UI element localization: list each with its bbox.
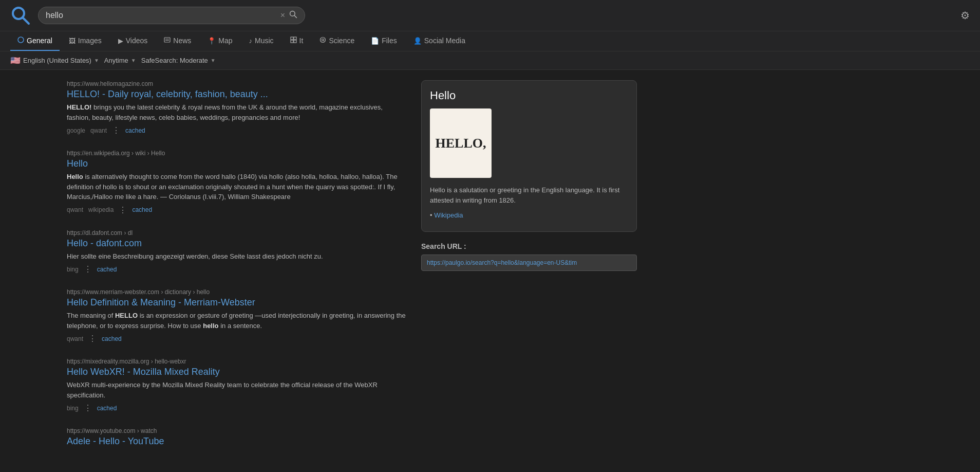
result-description: The meaning of HELLO is an expression or… (67, 311, 406, 331)
cached-link[interactable]: cached (97, 405, 117, 412)
cached-link[interactable]: cached (102, 335, 122, 342)
tab-files[interactable]: 📄 Files (364, 31, 404, 51)
svg-rect-10 (291, 40, 293, 43)
source-tag: qwant (67, 335, 83, 342)
main-content: https://www.hellomagazine.com HELLO! - D… (0, 70, 980, 471)
result-url: https://mixedreality.mozilla.org › hello… (67, 358, 406, 365)
search-url-label: Search URL : (421, 242, 637, 250)
language-flag: 🇺🇸 (10, 56, 21, 65)
it-icon (290, 37, 297, 45)
map-icon: 📍 (208, 37, 216, 45)
settings-icon[interactable]: ⚙ (960, 9, 970, 22)
svg-rect-11 (294, 40, 296, 43)
tab-videos[interactable]: ▶ Videos (111, 31, 155, 51)
time-arrow-icon: ▼ (131, 58, 136, 63)
more-options-icon[interactable]: ⋮ (84, 264, 92, 274)
result-item: https://mixedreality.mozilla.org › hello… (67, 358, 406, 413)
tab-music[interactable]: ♪ Music (242, 31, 281, 51)
result-url: https://en.wikipedia.org › wiki › Hello (67, 150, 406, 157)
cached-link[interactable]: cached (132, 206, 152, 213)
result-sources: google qwant ⋮ cached (67, 125, 406, 135)
social-icon: 👤 (413, 37, 422, 45)
nav-tabs: General 🖼 Images ▶ Videos News 📍 Map ♪ M… (0, 31, 980, 51)
language-filter[interactable]: 🇺🇸 English (United States) ▼ (10, 56, 99, 65)
filters-bar: 🇺🇸 English (United States) ▼ Anytime ▼ S… (0, 51, 980, 70)
result-item: https://www.hellomagazine.com HELLO! - D… (67, 80, 406, 135)
cached-link[interactable]: cached (125, 127, 145, 134)
kp-wikipedia-link[interactable]: Wikipedia (434, 211, 463, 219)
svg-line-3 (294, 15, 296, 17)
result-title[interactable]: HELLO! - Daily royal, celebrity, fashion… (67, 89, 406, 100)
result-title[interactable]: Hello - dafont.com (67, 238, 406, 249)
source-tag: wikipedia (88, 206, 114, 213)
kp-wikipedia-bullet: • Wikipedia (430, 211, 628, 219)
result-title[interactable]: Hello Definition & Meaning - Merriam-Web… (67, 297, 406, 308)
svg-rect-8 (291, 37, 293, 40)
result-item: https://www.merriam-webster.com › dictio… (67, 288, 406, 343)
videos-icon: ▶ (118, 37, 123, 45)
results-column: https://www.hellomagazine.com HELLO! - D… (67, 80, 406, 461)
knowledge-panel: Hello HELLO, Hello is a salutation or gr… (421, 80, 637, 232)
tab-images[interactable]: 🖼 Images (62, 31, 109, 51)
header: × ⚙ (0, 0, 980, 31)
svg-point-4 (18, 37, 24, 43)
safesearch-arrow-icon: ▼ (211, 58, 216, 63)
kp-description: Hello is a salutation or greeting in the… (430, 185, 628, 205)
logo[interactable] (10, 5, 31, 26)
kp-image-text: HELLO, (436, 136, 486, 151)
result-title[interactable]: Hello (67, 158, 406, 169)
kp-image: HELLO, (430, 108, 492, 178)
svg-point-13 (322, 39, 324, 41)
music-icon: ♪ (249, 37, 253, 45)
search-url-section: Search URL : https://paulgo.io/search?q=… (421, 242, 637, 271)
search-url-value: https://paulgo.io/search?q=hello&languag… (421, 255, 637, 271)
source-tag: bing (67, 405, 79, 412)
kp-title: Hello (430, 89, 628, 102)
more-options-icon[interactable]: ⋮ (88, 334, 97, 343)
science-icon (319, 37, 326, 45)
news-icon (164, 37, 171, 45)
tab-general[interactable]: General (10, 31, 60, 51)
result-url: https://www.merriam-webster.com › dictio… (67, 288, 406, 296)
svg-rect-5 (164, 38, 170, 42)
general-icon (17, 37, 24, 45)
search-icon[interactable] (289, 10, 297, 21)
source-tag: qwant (67, 206, 83, 213)
result-url: https://dl.dafont.com › dl (67, 229, 406, 237)
tab-map[interactable]: 📍 Map (200, 31, 239, 51)
svg-line-1 (23, 17, 29, 24)
result-item: https://www.youtube.com › watch Adele - … (67, 427, 406, 447)
clear-icon[interactable]: × (280, 11, 285, 20)
language-arrow-icon: ▼ (94, 58, 99, 63)
tab-it[interactable]: It (283, 31, 311, 51)
more-options-icon[interactable]: ⋮ (112, 125, 120, 135)
result-title[interactable]: Adele - Hello - YouTube (67, 436, 406, 447)
safesearch-filter[interactable]: SafeSearch: Moderate ▼ (141, 57, 216, 64)
search-input[interactable] (46, 11, 276, 20)
safesearch-label: SafeSearch: Moderate (141, 57, 208, 64)
tab-social-media[interactable]: 👤 Social Media (406, 31, 473, 51)
result-sources: qwant ⋮ cached (67, 334, 406, 343)
files-icon: 📄 (371, 37, 379, 45)
result-url: https://www.hellomagazine.com (67, 80, 406, 87)
result-description: Hier sollte eine Beschreibung angezeigt … (67, 251, 406, 262)
result-description: Hello is alternatively thought to come f… (67, 172, 406, 202)
language-label: English (United States) (23, 57, 91, 64)
result-description: WebXR multi-experience by the Mozilla Mi… (67, 380, 406, 400)
svg-point-12 (321, 38, 326, 43)
more-options-icon[interactable]: ⋮ (119, 205, 127, 215)
cached-link[interactable]: cached (97, 266, 117, 273)
time-label: Anytime (104, 57, 128, 64)
result-description: HELLO! brings you the latest celebrity &… (67, 102, 406, 122)
result-item: https://dl.dafont.com › dl Hello - dafon… (67, 229, 406, 275)
sidebar-column: Hello HELLO, Hello is a salutation or gr… (421, 80, 637, 461)
tab-news[interactable]: News (157, 31, 198, 51)
source-tag: bing (67, 266, 79, 273)
tab-science[interactable]: Science (312, 31, 362, 51)
more-options-icon[interactable]: ⋮ (84, 403, 92, 413)
time-filter[interactable]: Anytime ▼ (104, 57, 136, 64)
images-icon: 🖼 (69, 37, 76, 45)
result-title[interactable]: Hello WebXR! - Mozilla Mixed Reality (67, 367, 406, 377)
result-sources: bing ⋮ cached (67, 403, 406, 413)
result-sources: bing ⋮ cached (67, 264, 406, 274)
